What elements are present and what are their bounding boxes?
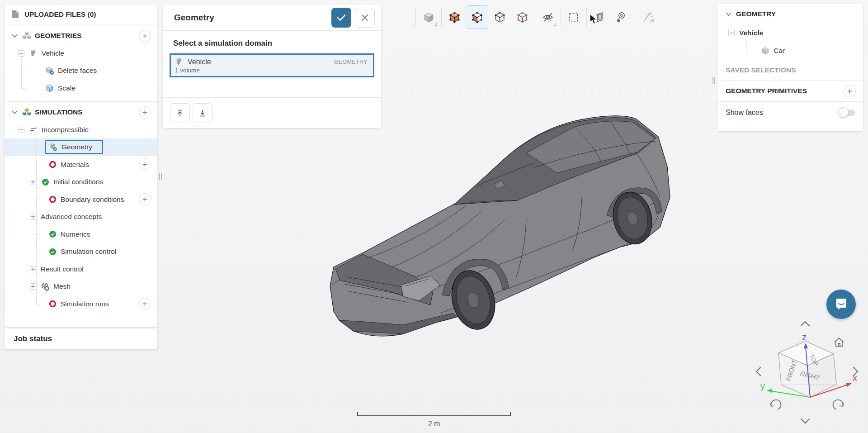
close-icon: [361, 14, 368, 21]
nav-rotate-up-icon: [801, 322, 809, 326]
vehicle-label: Vehicle: [42, 49, 64, 57]
toolbar-separator: [535, 8, 535, 27]
car-solid-icon: [761, 46, 770, 55]
show-faces-toggle[interactable]: [840, 109, 855, 116]
simulations-header-row[interactable]: SIMULATIONS: [5, 104, 157, 121]
svg-text:AI: AI: [650, 18, 654, 23]
download-geometry-button[interactable]: [193, 103, 212, 123]
expand-expander[interactable]: [30, 266, 36, 272]
chevron-down-icon[interactable]: [726, 12, 731, 16]
select-volume-button[interactable]: [443, 5, 466, 29]
select-face-button[interactable]: [466, 5, 488, 29]
geometries-cubes-icon: [22, 31, 31, 40]
sidebar-item-mesh[interactable]: Mesh: [5, 278, 157, 295]
sidebar-item-initial-conditions[interactable]: Initial conditions: [5, 173, 157, 191]
sidebar-item-geometry-selected[interactable]: Geometry: [5, 138, 157, 156]
sidebar-item-simulation-runs[interactable]: Simulation runs: [5, 295, 157, 313]
collapse-expander[interactable]: [728, 30, 735, 36]
geometry-label: Geometry: [61, 143, 92, 151]
saved-selections-header[interactable]: SAVED SELECTIONS: [717, 60, 863, 80]
boundary-conditions-label: Boundary conditions: [61, 195, 124, 204]
scale-icon: [45, 84, 54, 93]
simulations-header-label: SIMULATIONS: [35, 108, 83, 116]
expand-expander[interactable]: [30, 179, 36, 185]
geometry-selection-box[interactable]: Geometry: [45, 140, 103, 154]
sidebar-item-materials[interactable]: Materials: [5, 156, 157, 174]
box-select-button[interactable]: [562, 5, 585, 29]
upload-geometry-button[interactable]: [170, 103, 190, 123]
incompressible-icon: [29, 125, 38, 134]
show-faces-row: Show faces: [717, 102, 863, 124]
chat-bubble-icon: [835, 298, 848, 311]
sidebar-item-advanced-concepts[interactable]: Advanced concepts: [5, 208, 157, 226]
scene-tree-panel: GEOMETRY Vehicle Car SAVED SELECTIONS GE…: [717, 4, 863, 131]
collapse-expander[interactable]: [18, 50, 24, 57]
geometry-check-icon: [49, 143, 58, 152]
sidebar-item-scale[interactable]: Scale: [5, 80, 157, 97]
project-tree-panel: UPLOADED FILES (0) GEOMETRIES: [5, 5, 157, 327]
toolbar-separator: [441, 8, 442, 27]
geometries-header-row[interactable]: GEOMETRIES: [5, 27, 157, 45]
job-status-label: Job status: [14, 334, 52, 343]
dropdown-corner-icon: [434, 22, 437, 26]
right-panel-resize-handle[interactable]: [712, 77, 715, 84]
scene-item-vehicle[interactable]: Vehicle: [717, 24, 863, 42]
show-faces-label: Show faces: [726, 109, 763, 117]
incomplete-status-icon: [48, 195, 57, 204]
nav-home-icon: [835, 338, 844, 346]
axis-x-label: x: [853, 373, 857, 383]
sidebar-item-simulation-control[interactable]: Simulation control: [5, 243, 157, 261]
domain-item-type-badge: GEOMETRY: [334, 59, 368, 65]
sidebar-item-result-control[interactable]: Result control: [5, 261, 157, 278]
add-geometry-button[interactable]: [139, 30, 151, 42]
chat-support-button[interactable]: [826, 290, 856, 319]
add-material-button[interactable]: [139, 158, 151, 171]
dialog-section-label: Select a simulation domain: [173, 39, 381, 48]
sidebar-item-boundary-conditions[interactable]: Boundary conditions: [5, 191, 157, 209]
geometry-tree-header[interactable]: GEOMETRY: [717, 4, 863, 24]
measure-button[interactable]: [611, 5, 633, 29]
chevron-down-icon[interactable]: [12, 34, 18, 38]
navigation-cube[interactable]: TOP FRONT RIGHT z x y: [747, 316, 863, 432]
scale-bar-line: [357, 412, 511, 416]
sidebar-item-incompressible[interactable]: Incompressible: [5, 121, 157, 139]
scale-bar: 2 m: [357, 412, 511, 428]
select-vertex-button[interactable]: [511, 5, 533, 29]
scene-vehicle-label: Vehicle: [739, 29, 763, 37]
job-status-panel[interactable]: Job status: [5, 328, 157, 349]
flip-orientation-button[interactable]: [588, 5, 611, 29]
collapse-expander[interactable]: [18, 127, 24, 133]
sidebar-item-delete-faces[interactable]: Delete faces: [5, 62, 157, 80]
car-3d-model[interactable]: [322, 109, 679, 343]
expand-expander[interactable]: [30, 214, 36, 220]
simulation-runs-label: Simulation runs: [61, 300, 109, 308]
close-button[interactable]: [355, 8, 375, 28]
hide-selection-button[interactable]: [537, 5, 559, 29]
chevron-down-icon[interactable]: [12, 110, 18, 114]
complete-status-icon: [48, 247, 57, 256]
expand-expander[interactable]: [30, 283, 36, 290]
select-volumes-solid-button[interactable]: [417, 5, 440, 29]
axis-y-label: y: [760, 381, 765, 391]
dialog-header: Geometry: [163, 5, 381, 31]
left-panel-resize-handle[interactable]: [159, 173, 162, 180]
toggle-knob[interactable]: [838, 107, 849, 118]
advanced-concepts-label: Advanced concepts: [41, 213, 102, 221]
ai-assist-button[interactable]: AI: [637, 5, 659, 29]
sidebar-item-numerics[interactable]: Numerics: [5, 226, 157, 243]
flip-plane-icon: [593, 11, 606, 24]
sidebar-item-vehicle[interactable]: Vehicle: [5, 45, 157, 62]
add-boundary-condition-button[interactable]: [139, 193, 151, 205]
add-simulation-run-button[interactable]: [139, 298, 151, 310]
scene-item-car[interactable]: Car: [717, 42, 863, 60]
section-divider: [5, 101, 157, 102]
domain-item-vehicle[interactable]: Vehicle GEOMETRY 1 volume: [170, 53, 374, 77]
geometry-primitives-header[interactable]: GEOMETRY PRIMITIVES: [717, 81, 863, 101]
add-geometry-primitive-button[interactable]: [844, 85, 856, 97]
file-icon: [12, 10, 19, 19]
accept-button[interactable]: [331, 8, 351, 28]
uploaded-files-header[interactable]: UPLOADED FILES (0): [5, 5, 157, 24]
add-simulation-button[interactable]: [139, 106, 151, 119]
scale-bar-label: 2 m: [357, 420, 511, 428]
select-edge-button[interactable]: [488, 5, 511, 29]
